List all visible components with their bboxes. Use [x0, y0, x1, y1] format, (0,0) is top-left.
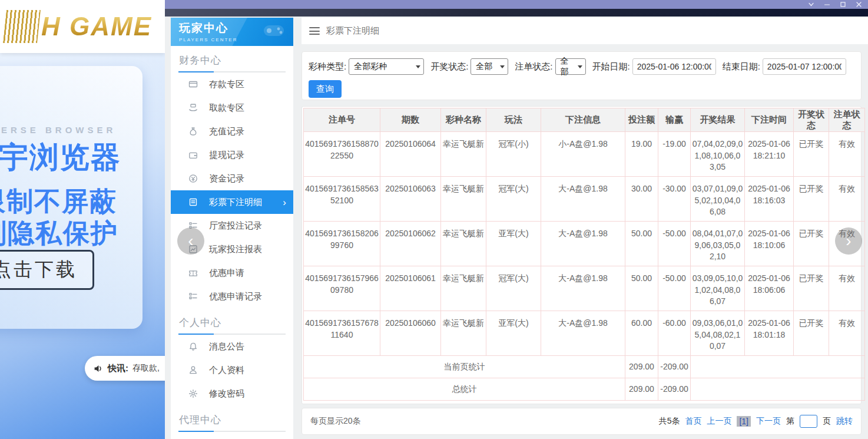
- table-cell: 亚军(大): [486, 311, 541, 356]
- draw-status-select[interactable]: 全部: [471, 58, 508, 75]
- column-header: 开奖状态: [794, 108, 829, 132]
- ad-tagline: ERSE BROWSER: [1, 125, 116, 135]
- table-cell: 09,03,06,01,05,04,08,02,10,07: [691, 311, 745, 356]
- column-header: 开奖结果: [691, 108, 745, 132]
- table-cell: -30.00: [658, 177, 691, 222]
- summary-label: 当前页统计: [304, 356, 625, 378]
- sidebar-item[interactable]: 充值记录: [171, 120, 293, 143]
- pagination-bar: 每页显示20条 共5条首页上一页[1]下一页第页跳转: [302, 408, 862, 435]
- column-header: 下注时间: [745, 108, 794, 132]
- gear-icon: [188, 389, 198, 398]
- speaker-icon: [94, 364, 104, 374]
- carousel-prev-button[interactable]: ‹: [177, 227, 204, 255]
- table-cell: 大-A盘@1.98: [541, 311, 625, 356]
- filter-label: 开始日期:: [592, 61, 630, 72]
- page-title: 彩票下注明细: [326, 25, 379, 37]
- person-icon: [188, 365, 198, 375]
- lottery-type-select[interactable]: 全部彩种: [349, 58, 424, 75]
- sidebar-header: 玩家中心 PLAYERS CENTER: [171, 18, 293, 46]
- filter-label: 彩种类型:: [309, 61, 346, 72]
- sidebar-item[interactable]: 提现记录: [171, 143, 293, 167]
- ad-banner[interactable]: ERSE BROWSER 宇浏览器 限制不屏蔽 别隐私保护 点击下载: [0, 66, 143, 329]
- sidebar-item-label: 优惠申请记录: [209, 291, 262, 302]
- table-cell: -50.00: [658, 222, 691, 266]
- table-cell: 2025-01-06 18:06:06: [745, 266, 794, 311]
- table-cell: -50.00: [658, 266, 691, 311]
- coupon-icon: [188, 268, 198, 278]
- table-cell: 60.00: [625, 311, 658, 356]
- ad-download-button[interactable]: 点击下载: [0, 250, 94, 290]
- chevron-right-icon: ›: [283, 197, 286, 207]
- maximize-icon[interactable]: [840, 1, 846, 8]
- chevron-down-icon[interactable]: [808, 1, 814, 8]
- section-underline: [178, 431, 286, 432]
- sidebar-item-label: 厅室投注记录: [209, 220, 262, 232]
- summary-win-loss: -209.00: [658, 356, 691, 378]
- end-date-input[interactable]: [763, 58, 846, 75]
- summary-bet-total: 209.00: [625, 378, 658, 401]
- query-button[interactable]: 查询: [309, 80, 342, 98]
- page-jump-input[interactable]: [800, 415, 817, 428]
- logo-text: H GAME: [41, 12, 152, 41]
- carousel-next-button[interactable]: ›: [835, 227, 862, 255]
- summary-row: 总统计209.00-209.00: [304, 378, 865, 401]
- withdraw-hand-icon: [188, 103, 198, 113]
- table-row: 40156917361579660978020250106061幸运飞艇新冠军(…: [304, 266, 865, 311]
- site-logo[interactable]: H GAME: [0, 0, 165, 53]
- jump-button[interactable]: 跳转: [836, 416, 853, 427]
- table-cell: 2025-01-06 18:21:10: [745, 132, 794, 177]
- sidebar-item[interactable]: 优惠申请: [171, 261, 293, 285]
- table-cell: 50.00: [625, 266, 658, 311]
- column-header: 期数: [380, 108, 441, 132]
- sidebar-item-label: 充值记录: [209, 126, 244, 137]
- current-page-badge: [1]: [737, 416, 751, 427]
- logo-stripes-icon: [3, 10, 41, 43]
- deposit-card-icon: [188, 80, 198, 89]
- summary-row: 当前页统计209.00-209.00: [304, 356, 865, 378]
- minimize-icon[interactable]: [824, 1, 830, 8]
- sidebar-item-label: 优惠申请: [209, 268, 244, 279]
- table-row: 40156917361585635210020250106063幸运飞艇新冠军(…: [304, 177, 865, 222]
- table-cell: 有效: [829, 311, 865, 356]
- sidebar-item[interactable]: 修改密码: [171, 382, 293, 405]
- sidebar-item[interactable]: 取款专区: [171, 96, 293, 120]
- sidebar-item-label: 提现记录: [209, 150, 244, 161]
- filter-group: 开始日期:: [592, 58, 716, 75]
- sidebar-item-active[interactable]: 彩票下注明细›: [171, 190, 293, 214]
- sidebar-item-label: 取款专区: [209, 103, 244, 114]
- sidebar-item[interactable]: 资金记录: [171, 167, 293, 190]
- column-header: 玩法: [486, 108, 541, 132]
- sidebar-item-label: 彩票下注明细: [209, 197, 262, 208]
- table-cell: 幸运飞艇新: [441, 222, 486, 266]
- bell-icon: [188, 342, 198, 351]
- table-cell: 已开奖: [794, 311, 829, 356]
- table-cell: 07,04,02,09,01,08,10,06,03,05: [691, 132, 745, 177]
- menu-toggle-icon[interactable]: [309, 27, 320, 35]
- column-header: 投注额: [625, 108, 658, 132]
- close-icon[interactable]: [856, 1, 862, 8]
- sidebar-section-title: 财务中心: [171, 46, 293, 71]
- select-value: 全部: [561, 56, 575, 77]
- start-date-input[interactable]: [632, 58, 716, 75]
- first-page-link[interactable]: 首页: [685, 416, 701, 427]
- table-cell: 有效: [829, 132, 865, 177]
- summary-label: 总统计: [304, 378, 625, 401]
- wallet-icon: [188, 150, 198, 160]
- sidebar-item-label: 存款专区: [209, 79, 244, 90]
- sidebar-item[interactable]: 优惠申请记录: [171, 285, 293, 308]
- next-page-link[interactable]: 下一页: [756, 416, 781, 427]
- select-value: 全部: [476, 61, 492, 72]
- browser-chrome-strip: [165, 9, 868, 16]
- prev-page-link[interactable]: 上一页: [707, 416, 731, 427]
- table-cell: -19.00: [658, 132, 691, 177]
- sidebar-item[interactable]: 存款专区: [171, 72, 293, 96]
- filter-panel: 彩种类型:全部彩种开奖状态:全部注单状态:全部开始日期:结束日期: 查询: [302, 51, 862, 100]
- sidebar-item[interactable]: 个人资料: [171, 358, 293, 382]
- ad-subline-1: 限制不屏蔽: [0, 184, 117, 219]
- order-status-select[interactable]: 全部: [555, 58, 586, 75]
- page-header: 彩票下注明细: [302, 18, 868, 44]
- table-cell: 03,07,01,09,05,02,10,04,06,08: [691, 177, 745, 222]
- table-row: 40156917361576781164020250106060幸运飞艇新亚军(…: [304, 311, 865, 356]
- sidebar-item[interactable]: 消息公告: [171, 335, 293, 358]
- table-cell: 有效: [829, 177, 865, 222]
